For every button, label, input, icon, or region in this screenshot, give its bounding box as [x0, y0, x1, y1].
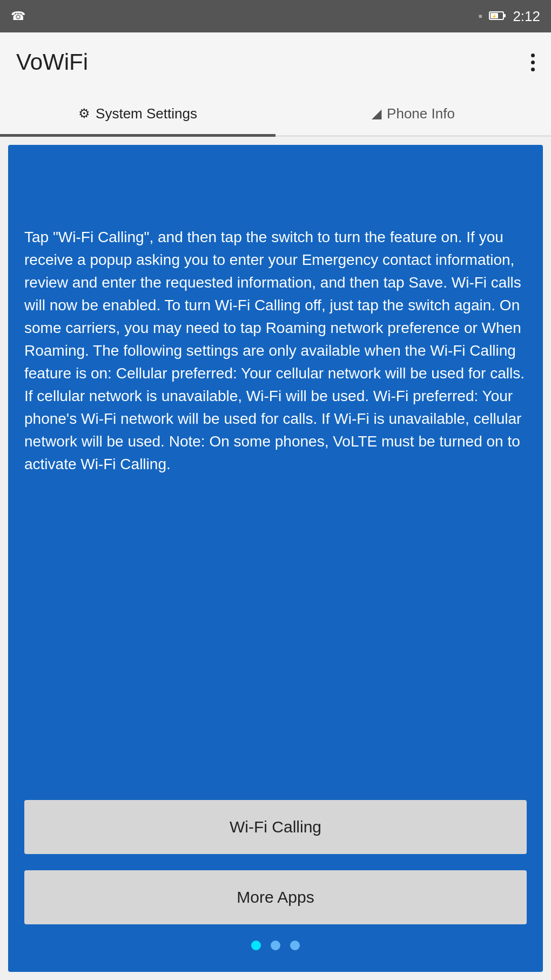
- svg-text:⚡: ⚡: [492, 14, 497, 19]
- app-title: VoWiFi: [16, 49, 88, 75]
- status-bar: ☎ ▪ ⚡ 2:12: [0, 0, 551, 32]
- battery-icon: ⚡: [489, 8, 506, 25]
- settings-icon: ⚙: [78, 106, 90, 121]
- tab-phone-info[interactable]: ◢ Phone Info: [276, 92, 551, 135]
- tab-phone-info-label: Phone Info: [387, 105, 455, 122]
- tab-system-settings-label: System Settings: [96, 105, 197, 122]
- indicator-dot-1: [251, 941, 261, 950]
- page-indicator: [24, 941, 527, 950]
- main-content-area: Tap "Wi-Fi Calling", and then tap the sw…: [8, 145, 543, 972]
- overflow-menu-button[interactable]: [531, 54, 535, 71]
- content-body-text: Tap "Wi-Fi Calling", and then tap the sw…: [24, 226, 527, 778]
- status-bar-left: ☎: [11, 9, 25, 23]
- indicator-dot-3: [290, 941, 300, 950]
- app-bar: VoWiFi: [0, 32, 551, 92]
- phone-status-icon: ☎: [11, 9, 25, 23]
- svg-rect-1: [503, 14, 506, 17]
- wifi-calling-button[interactable]: Wi-Fi Calling: [24, 800, 527, 854]
- signal-icon: ▪: [479, 9, 483, 23]
- more-apps-button[interactable]: More Apps: [24, 870, 527, 924]
- tab-bar: ⚙ System Settings ◢ Phone Info: [0, 92, 551, 137]
- phone-info-icon: ◢: [372, 106, 381, 121]
- time-display: 2:12: [513, 8, 540, 25]
- indicator-dot-2: [271, 941, 280, 950]
- tab-system-settings[interactable]: ⚙ System Settings: [0, 92, 276, 135]
- button-area: Wi-Fi Calling More Apps: [24, 800, 527, 924]
- status-bar-right: ▪ ⚡ 2:12: [479, 8, 540, 25]
